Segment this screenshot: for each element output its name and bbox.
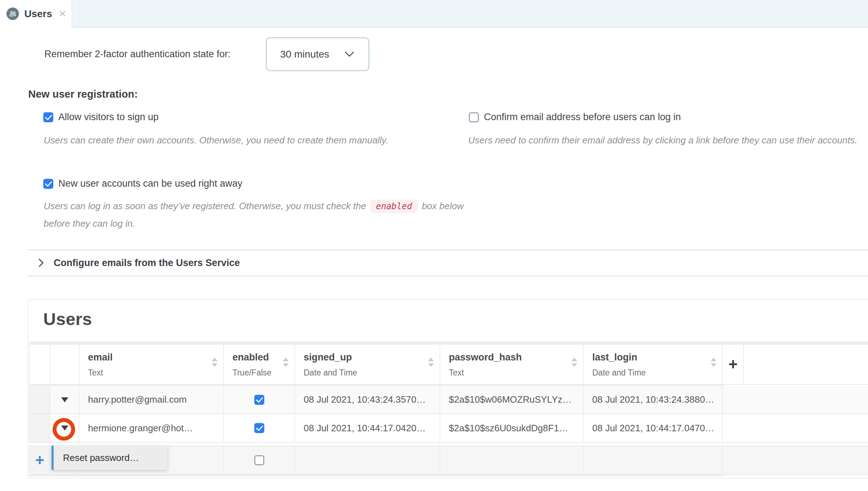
checkbox-icon <box>43 112 53 122</box>
table-row: harry.potter@gmail.com 08 Jul 2021, 10:4… <box>29 386 868 414</box>
cell-email[interactable]: hermione.granger@hot… <box>79 414 224 442</box>
tab-users[interactable]: Users ✕ <box>0 0 72 28</box>
row-expand-button[interactable] <box>50 414 79 442</box>
checkbox-accounts-right-away-label: New user accounts can be used right away <box>58 178 242 189</box>
table-top-strip <box>29 342 868 345</box>
sort-icon[interactable] <box>711 358 716 367</box>
configure-emails-label: Configure emails from the Users Service <box>54 257 240 269</box>
checkbox-confirm-email[interactable]: Confirm email address before users can l… <box>469 112 681 123</box>
sort-icon[interactable] <box>572 358 577 367</box>
remember-2fa-label: Remember 2-factor authentication state f… <box>44 37 231 72</box>
row-context-menu: Reset password… <box>52 446 167 470</box>
column-type: Date and Time <box>304 368 440 378</box>
column-type: Text <box>449 368 583 378</box>
cell-signed-up[interactable]: 08 Jul 2021, 10:43:24.3570… <box>295 386 440 413</box>
column-header-password-hash[interactable]: password_hash Text <box>440 345 584 384</box>
tab-label: Users <box>24 8 52 20</box>
table-row: hermione.granger@hot… 08 Jul 2021, 10:44… <box>29 414 868 443</box>
add-column-button[interactable]: + <box>723 345 744 384</box>
column-name: email <box>88 352 223 363</box>
add-row-button[interactable]: + <box>30 446 50 474</box>
header-spacer-cell <box>50 345 79 384</box>
new-row-cell-enabled[interactable] <box>224 446 295 474</box>
chevron-down-icon <box>344 51 355 58</box>
checkbox-icon <box>43 179 53 189</box>
confirm-email-description: Users need to confirm their email addres… <box>468 132 865 149</box>
column-name: signed_up <box>304 352 440 363</box>
table-gap <box>29 443 868 446</box>
cell-signed-up[interactable]: 08 Jul 2021, 10:44:17.0420… <box>295 414 440 442</box>
column-name: password_hash <box>449 352 583 363</box>
configure-emails-expander[interactable]: Configure emails from the Users Service <box>28 249 868 276</box>
sort-icon[interactable] <box>428 358 434 367</box>
chevron-right-icon <box>37 257 45 268</box>
sort-icon[interactable] <box>212 358 217 367</box>
checkbox-icon[interactable] <box>254 423 264 433</box>
checkbox-icon <box>469 112 479 122</box>
row-expand-button[interactable] <box>50 386 79 413</box>
table-header-row: email Text enabled True/False signed_up … <box>29 345 868 385</box>
plus-icon: + <box>35 451 44 469</box>
checkbox-accounts-right-away[interactable]: New user accounts can be used right away <box>43 178 242 189</box>
column-type: True/False <box>232 368 294 378</box>
menu-item-reset-password[interactable]: Reset password… <box>54 452 139 463</box>
new-row-cell-last-login[interactable] <box>584 446 723 474</box>
tab-bar: Users ✕ <box>0 0 868 28</box>
caret-down-icon <box>61 397 68 402</box>
allow-signup-description: Users can create their own accounts. Oth… <box>44 132 466 149</box>
close-icon[interactable]: ✕ <box>59 8 67 20</box>
sort-icon[interactable] <box>283 358 289 367</box>
column-header-last-login[interactable]: last_login Date and Time <box>584 345 723 384</box>
cell-last-login[interactable]: 08 Jul 2021, 10:43:24.3880… <box>584 386 723 413</box>
new-row-cell-signed-up[interactable] <box>295 446 440 474</box>
checkbox-allow-signup[interactable]: Allow visitors to sign up <box>43 112 159 123</box>
column-type: Text <box>88 368 223 378</box>
column-header-enabled[interactable]: enabled True/False <box>224 345 295 384</box>
caret-down-icon <box>61 426 68 431</box>
cell-enabled[interactable] <box>224 386 295 413</box>
plus-icon: + <box>729 355 738 373</box>
description-text-before: Users can log in as soon as they’ve regi… <box>44 201 366 211</box>
row-gutter-cell <box>30 414 50 442</box>
column-name: last_login <box>592 352 722 363</box>
checkbox-confirm-email-label: Confirm email address before users can l… <box>484 112 681 123</box>
cell-enabled[interactable] <box>224 414 295 442</box>
checkbox-allow-signup-label: Allow visitors to sign up <box>58 112 159 123</box>
row-gutter-cell <box>30 386 50 413</box>
checkbox-icon[interactable] <box>254 455 264 465</box>
tab-bar-background <box>72 0 868 28</box>
column-header-email[interactable]: email Text <box>79 345 224 384</box>
table-bottom-strip <box>29 475 724 476</box>
cell-email[interactable]: harry.potter@gmail.com <box>79 386 224 413</box>
header-spacer-cell <box>30 345 50 384</box>
column-header-signed-up[interactable]: signed_up Date and Time <box>295 345 440 384</box>
cell-last-login[interactable]: 08 Jul 2021, 10:44:17.0470… <box>584 414 723 442</box>
column-type: Date and Time <box>592 368 722 378</box>
remember-2fa-dropdown[interactable]: 30 minutes <box>266 37 369 71</box>
cell-password-hash[interactable]: $2a$10$sz6U0sukdDg8F1… <box>440 414 584 442</box>
accounts-right-away-description: Users can log in as soon as they’ve regi… <box>44 197 469 232</box>
checkbox-icon[interactable] <box>254 395 264 405</box>
table-title: Users <box>43 309 92 329</box>
users-icon <box>6 8 19 20</box>
enabled-code-chip: enabled <box>370 200 418 213</box>
cell-password-hash[interactable]: $2a$10$w06MOZRuSYLYz… <box>440 386 584 413</box>
registration-heading: New user registration: <box>28 88 138 100</box>
remember-2fa-value: 30 minutes <box>280 49 329 60</box>
new-row-cell-password-hash[interactable] <box>440 446 584 474</box>
